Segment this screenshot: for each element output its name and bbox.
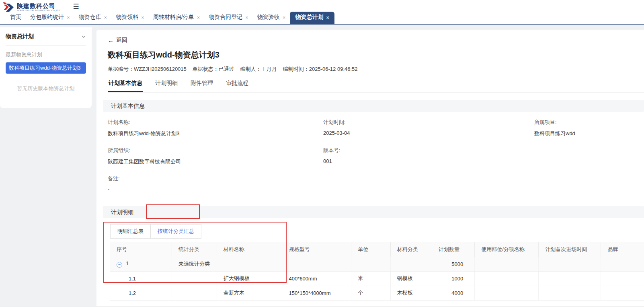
brand-row: 陕建数科公司 SCEGC DIGITAL TECHNOLOGY CO.,LTD.… <box>0 0 644 13</box>
field-plan-time: 计划时间: 2025-03-04 <box>323 119 534 137</box>
cell-brand <box>601 257 644 271</box>
workspace-tab[interactable]: 周转材料启/停单× <box>149 12 204 24</box>
field-project: 所属项目: 数科项目练习wdd <box>534 119 644 137</box>
page-title: 数科项目练习wdd-物资总计划3 <box>108 49 644 60</box>
collapse-minus-icon[interactable]: − <box>117 262 122 268</box>
cell-unit: 米 <box>351 271 391 286</box>
row-sequence: 1.2 <box>117 290 136 296</box>
column-header: 计划数量 <box>432 242 474 257</box>
close-icon[interactable]: × <box>197 15 200 20</box>
sidebar: 物资总计划 最新物资总计划 数科项目练习wdd-物资总计划3 暂无历史版本物资总… <box>0 27 92 108</box>
back-button[interactable]: ← 返回 <box>108 37 127 44</box>
field-value: - <box>108 186 644 192</box>
field-plan-name: 计划名称: 数科项目练习wdd-物资总计划3 <box>108 119 323 137</box>
field-label: 所属组织: <box>108 147 323 154</box>
doc-creator: 编制人：王丹丹 <box>240 66 277 73</box>
workspace-tab-label: 首页 <box>10 14 21 21</box>
cell-material_name: 扩大钢模板 <box>217 271 282 286</box>
cell-usage <box>475 286 539 300</box>
history-empty-text: 暂无历史版本物资总计划 <box>6 85 86 92</box>
cell-material_name <box>217 257 282 271</box>
field-label: 所属项目: <box>534 119 644 126</box>
document-meta-row: 单据编号：WZZJH202506120015 单据状态：已通过 编制人：王丹丹 … <box>108 66 644 73</box>
field-value: 数科项目练习wdd-物资总计划3 <box>108 130 323 137</box>
back-label: 返回 <box>116 37 127 44</box>
cell-stat_category <box>172 271 217 286</box>
detail-view-tabs: 明细汇总表按统计分类汇总 <box>110 224 644 239</box>
table-header-row: 序号统计分类材料名称规格型号单位材料分类计划数量使用部位/分项名称计划首次进场时… <box>110 242 644 257</box>
cell-spec: 150*150*4000mm <box>282 286 351 300</box>
doc-created-time: 编制时间：2025-06-12 09:46:52 <box>283 66 358 73</box>
table-row: −1未选统计分类5000 <box>110 257 644 271</box>
close-icon[interactable]: × <box>245 15 248 20</box>
close-icon[interactable]: × <box>67 15 70 20</box>
tab-item[interactable]: 附件管理 <box>190 80 214 92</box>
view-tab[interactable]: 明细汇总表 <box>110 224 151 239</box>
field-value: 001 <box>323 158 644 164</box>
workspace-tab-strip: 首页分包履约统计×物资仓库×物资领料×周转材料启/停单×物资合同登记×物资验收×… <box>0 12 334 24</box>
field-label: 计划时间: <box>323 119 534 126</box>
column-header: 规格型号 <box>282 242 351 257</box>
plan-detail-table-wrap: 序号统计分类材料名称规格型号单位材料分类计划数量使用部位/分项名称计划首次进场时… <box>110 242 644 301</box>
cell-brand <box>601 271 644 286</box>
field-label: 版本号: <box>323 147 644 154</box>
cell-first_entry <box>539 257 601 271</box>
close-icon[interactable]: × <box>283 15 286 20</box>
column-header: 材料名称 <box>217 242 282 257</box>
plan-detail-table: 序号统计分类材料名称规格型号单位材料分类计划数量使用部位/分项名称计划首次进场时… <box>110 242 644 301</box>
cell-unit <box>351 257 391 271</box>
close-icon[interactable]: × <box>104 15 107 20</box>
cell-qty: 5000 <box>432 257 474 271</box>
workspace-tab[interactable]: 物资合同登记× <box>204 12 253 24</box>
cell-qty: 4000 <box>432 286 474 300</box>
sidebar-item-current-plan[interactable]: 数科项目练习wdd-物资总计划3 <box>6 62 86 74</box>
cell-seq: 1.1 <box>110 271 172 286</box>
cell-material_category: 钢模板 <box>390 271 432 286</box>
row-sequence: 1.1 <box>117 276 136 282</box>
field-value: 数科项目练习wdd <box>534 130 644 137</box>
workspace-tab[interactable]: 物资仓库× <box>74 12 112 24</box>
workspace-tab[interactable]: 首页 <box>6 12 26 24</box>
workspace-tab[interactable]: 物资领料× <box>111 12 149 24</box>
cell-seq: −1 <box>110 257 172 271</box>
sidebar-title: 物资总计划 <box>6 33 34 40</box>
column-header: 单位 <box>351 242 391 257</box>
tab-active[interactable]: 计划基本信息 <box>108 80 143 92</box>
section-plan-detail-header: 计划明细 <box>103 206 644 218</box>
workspace-tab[interactable]: 物资总计划× <box>290 12 334 24</box>
tab-item[interactable]: 计划明细 <box>154 80 178 92</box>
tab-item[interactable]: 审批流程 <box>225 80 249 92</box>
back-arrow-icon: ← <box>108 37 114 44</box>
company-logo-icon <box>2 2 14 12</box>
table-row: 1.2全新方木150*150*4000mm个木模板4000 <box>110 286 644 300</box>
view-tab[interactable]: 按统计分类汇总 <box>151 224 201 239</box>
column-header: 使用部位/分项名称 <box>475 242 539 257</box>
field-value: 2025-03-04 <box>323 130 534 136</box>
cell-usage <box>475 257 539 271</box>
workspace-tab-label: 周转材料启/停单 <box>153 14 194 21</box>
company-logo-text: 陕建数科公司 SCEGC DIGITAL TECHNOLOGY CO.,LTD. <box>17 3 61 12</box>
cell-stat_category <box>172 286 217 300</box>
close-icon[interactable]: × <box>326 15 329 20</box>
cell-usage <box>475 271 539 286</box>
workspace-tab[interactable]: 物资验收× <box>253 12 290 24</box>
field-remark: 备注: - <box>108 175 644 192</box>
cell-spec <box>282 257 351 271</box>
close-icon[interactable]: × <box>141 15 144 20</box>
menu-hamburger-icon[interactable]: ☰ <box>73 2 79 11</box>
detail-tabs: 计划基本信息计划明细附件管理审批流程 <box>108 80 644 93</box>
workspace-tab-label: 分包履约统计 <box>30 14 64 21</box>
chevron-down-icon[interactable] <box>81 34 86 39</box>
workspace-tab-label: 物资仓库 <box>79 14 101 21</box>
company-name: 陕建数科公司 <box>17 3 61 10</box>
field-version: 版本号: 001 <box>323 147 644 165</box>
main-panel: ← 返回 数科项目练习wdd-物资总计划3 单据编号：WZZJH20250612… <box>96 30 644 306</box>
column-header: 品牌 <box>601 242 644 257</box>
field-value: 陕西建工集团数字科技有限公司 <box>108 158 323 165</box>
cell-first_entry <box>539 286 601 300</box>
field-label: 备注: <box>108 175 644 182</box>
workspace-tab-label: 物资总计划 <box>295 14 323 21</box>
workspace-tab[interactable]: 分包履约统计× <box>26 12 74 24</box>
cell-material_name: 全新方木 <box>217 286 282 300</box>
field-label: 计划名称: <box>108 119 323 126</box>
